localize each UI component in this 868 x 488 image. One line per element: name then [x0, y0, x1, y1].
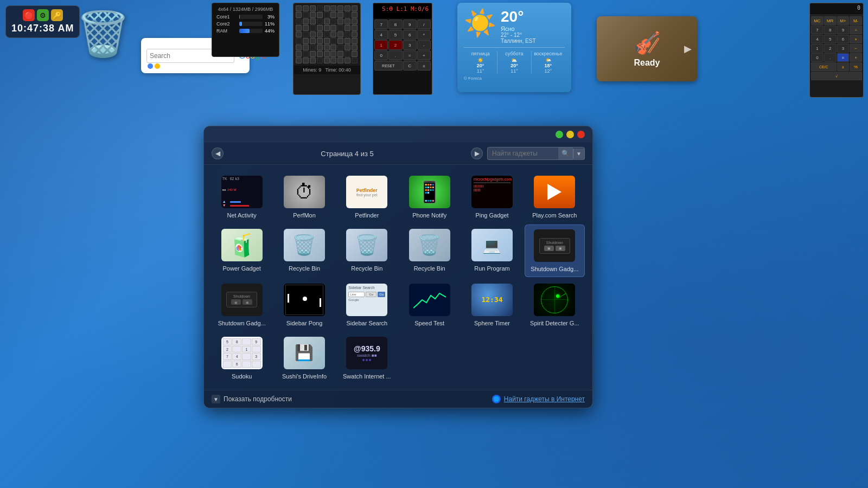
- calc-btn[interactable]: 6: [403, 30, 417, 40]
- calc-btn[interactable]: .: [388, 50, 402, 60]
- calc-btn[interactable]: 1: [374, 40, 388, 50]
- gadget-thumb-net-activity: TK 62 k3 ■■ 240 M ▲ ▼: [221, 176, 263, 208]
- window-button-yellow[interactable]: [566, 131, 574, 138]
- ms-cell: [344, 51, 350, 57]
- gadget-item-perfmon[interactable]: ⏱ PerfMon: [274, 171, 334, 222]
- big-calc-btn[interactable]: .: [824, 53, 837, 62]
- big-calc-btn[interactable]: 2: [824, 44, 837, 53]
- big-calc-btn[interactable]: √: [811, 72, 862, 80]
- ms-cell: [330, 31, 336, 37]
- calc-btn[interactable]: 2: [388, 40, 402, 50]
- gadget-item-ping-gadget[interactable]: microchipgadgets.com |||||||||||| ||||||…: [462, 171, 522, 222]
- gadget-search-bar[interactable]: 🔍 ▼: [487, 147, 585, 160]
- ms-cell: [352, 31, 358, 37]
- calc-btn[interactable]: *: [417, 30, 431, 40]
- calc-btn[interactable]: ±: [417, 61, 431, 70]
- show-details-button[interactable]: ▼ Показать подробности: [212, 395, 292, 403]
- ms-cell: [344, 5, 350, 11]
- music-widget[interactable]: 🎻 Ready ▶: [597, 16, 697, 81]
- gadget-item-petfinder[interactable]: Petfinder find your pet Petfinder: [337, 171, 397, 222]
- gadget-search-input[interactable]: [488, 147, 558, 159]
- big-calc-btn[interactable]: +: [850, 53, 862, 62]
- calc-btn[interactable]: -: [417, 40, 431, 50]
- clock-icon-yellow[interactable]: 🔑: [51, 9, 63, 21]
- gadget-item-recycle-bin-3[interactable]: 🗑️ Recycle Bin: [399, 224, 459, 277]
- play-triangle-icon: [547, 184, 561, 200]
- big-calc-btn[interactable]: MR: [824, 16, 837, 25]
- gadget-item-play-search[interactable]: Play.com Search: [525, 171, 585, 222]
- window-button-close[interactable]: [577, 131, 585, 138]
- gadget-item-power-gadget[interactable]: 🧃 Power Gadget: [212, 224, 272, 277]
- gadget-item-shutdown-2[interactable]: Shutdown ▣ ▣ Shutdown Gadg...: [212, 279, 272, 330]
- big-calc-btn[interactable]: CE/C: [811, 62, 837, 71]
- clock-icon-green[interactable]: ⚙: [37, 9, 49, 21]
- ms-cell: [352, 18, 358, 24]
- calc-btn[interactable]: 0: [374, 50, 388, 60]
- gadget-item-sudoku[interactable]: 5 8 9 2 1 7 4 3 6: [212, 332, 272, 383]
- calc-btn[interactable]: +: [417, 50, 431, 60]
- gadget-item-spirit-detector[interactable]: Spirit Detecter G...: [525, 279, 585, 330]
- calc-btn[interactable]: 4: [374, 30, 388, 40]
- calc-btn[interactable]: =: [403, 50, 417, 60]
- sudoku-cell: 7: [223, 353, 232, 360]
- weather-day-hi-0: 20°: [466, 63, 495, 68]
- big-calc-btn[interactable]: 5: [824, 35, 837, 43]
- gadget-item-phone-notify[interactable]: 📱 Phone Notify: [399, 171, 459, 222]
- gadget-item-net-activity[interactable]: TK 62 k3 ■■ 240 M ▲ ▼: [212, 171, 272, 222]
- music-next-arrow[interactable]: ▶: [684, 43, 692, 55]
- gadget-label-sidebar-search: Sidebar Search: [346, 319, 387, 327]
- big-calc-btn[interactable]: 8: [824, 25, 837, 34]
- gadget-item-recycle-bin-1[interactable]: 🗑️ Recycle Bin: [274, 224, 334, 277]
- calc-btn[interactable]: C: [403, 61, 417, 70]
- calc-btn[interactable]: 5: [388, 30, 402, 40]
- gadget-search-button[interactable]: 🔍: [558, 147, 573, 159]
- big-calc-btn[interactable]: 4: [811, 35, 824, 43]
- big-calc-btn[interactable]: −: [850, 44, 862, 53]
- minesweeper-widget[interactable]: Mines: 9 Time: 00:40: [293, 3, 361, 95]
- window-button-green[interactable]: [556, 131, 563, 138]
- recycle-bin-desktop[interactable]: 🗑️: [79, 4, 127, 64]
- gadget-item-sphere-timer[interactable]: 12:34 Sphere Timer: [462, 279, 522, 330]
- big-calc-btn[interactable]: =: [837, 53, 850, 62]
- gadget-item-recycle-bin-2[interactable]: 🗑️ Recycle Bin: [337, 224, 397, 277]
- ms-cell: [344, 38, 350, 44]
- swatch-dot: [366, 359, 368, 361]
- gadget-item-swatch-internet[interactable]: @935.9 swatch ■■ Swatch Internet ...: [337, 332, 397, 383]
- big-calc-btn[interactable]: M-: [850, 16, 862, 25]
- big-calc-btn[interactable]: ±: [837, 62, 850, 71]
- ms-cell: [324, 12, 330, 18]
- gadget-item-run-program[interactable]: 💻 Run Program: [462, 224, 522, 277]
- prev-page-button[interactable]: ◀: [212, 147, 224, 159]
- big-calc-btn[interactable]: 3: [837, 44, 850, 53]
- weather-temperature: 20°: [501, 8, 536, 25]
- sysmon-core1-label: Core1: [216, 14, 237, 20]
- big-calc-btn[interactable]: 6: [837, 35, 850, 43]
- gadget-item-speed-test[interactable]: Speed Test: [399, 279, 459, 330]
- calc-btn[interactable]: /: [417, 20, 431, 29]
- gadget-search-dropdown[interactable]: ▼: [573, 149, 584, 159]
- big-calc-btn[interactable]: %: [850, 62, 862, 71]
- calc-btn[interactable]: RESET: [374, 61, 403, 70]
- big-calc-btn[interactable]: 9: [837, 25, 850, 34]
- calc-btn[interactable]: 7: [374, 20, 388, 29]
- big-calc-btn[interactable]: MC: [811, 16, 824, 25]
- next-page-button[interactable]: ▶: [471, 147, 483, 159]
- gadget-item-sidebar-pong[interactable]: Sidebar Pong: [274, 279, 334, 330]
- big-calc-btn[interactable]: 1: [811, 44, 824, 53]
- find-online-button[interactable]: 🌐 Найти гаджеты в Интернет: [492, 395, 585, 403]
- swatch-brand: swatch ■■: [357, 353, 377, 358]
- calc-btn[interactable]: 3: [403, 40, 417, 50]
- gadget-item-sushis-driveinfo[interactable]: 💾 Sushi's DriveInfo: [274, 332, 334, 383]
- big-calc-btn[interactable]: 7: [811, 25, 824, 34]
- clock-icon-red[interactable]: 🔴: [23, 9, 35, 21]
- calc-btn[interactable]: 9: [403, 20, 417, 29]
- gadget-item-shutdown-1[interactable]: Shutdown ▣ ▣ Shutdown Gadg...: [525, 224, 585, 277]
- big-calc-btn[interactable]: 0: [811, 53, 824, 62]
- big-calc-btn[interactable]: ÷: [850, 25, 862, 34]
- weather-day-name-2: воскресенье: [534, 51, 563, 56]
- big-calc-btn[interactable]: ×: [850, 35, 862, 43]
- calc-btn[interactable]: 8: [388, 20, 402, 29]
- gadget-item-sidebar-search[interactable]: Sidebar Search Line Go Go Google Sidebar…: [337, 279, 397, 330]
- big-calc-btn[interactable]: M+: [837, 16, 850, 25]
- weather-day-lo-2: 12°: [534, 68, 563, 74]
